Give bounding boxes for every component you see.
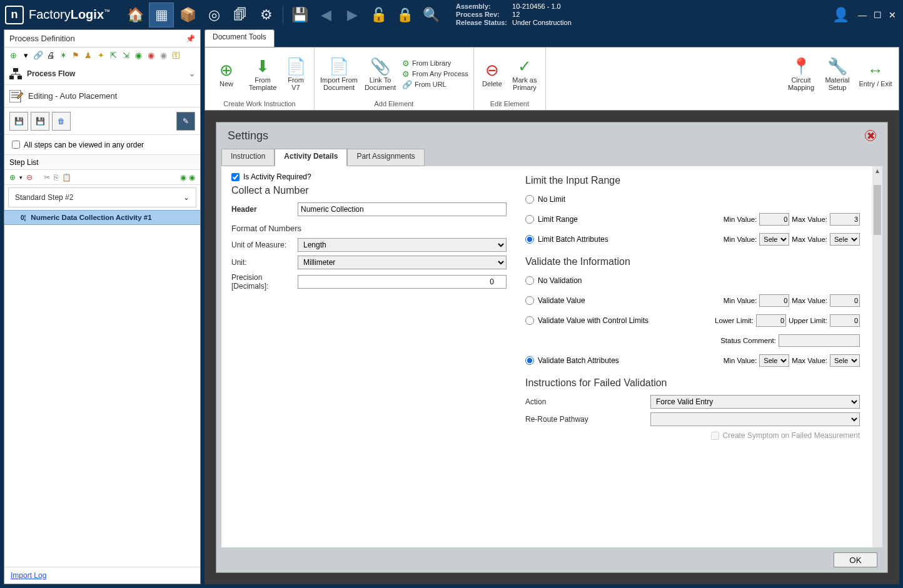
limit-batch-min[interactable]: Sele... [759, 233, 789, 246]
link-to-doc-button[interactable]: 📎Link To Document [362, 56, 398, 91]
save-step-icon[interactable]: 💾 [9, 112, 28, 131]
reroute-select[interactable] [650, 412, 860, 426]
from-v7-button[interactable]: 📄From V7 [283, 56, 309, 91]
action-select[interactable]: Force Valid Entry [650, 395, 860, 409]
unit-select[interactable]: Millimeter [298, 256, 507, 269]
circle1-icon[interactable]: ◉ [133, 50, 143, 60]
step-item[interactable]: Standard Step #2 ⌄ [8, 187, 196, 207]
print-icon[interactable]: 🖨 [46, 50, 56, 60]
grid-icon[interactable]: ▦ [149, 2, 174, 27]
search-icon[interactable]: 🔍 [418, 2, 443, 27]
expand-icon[interactable]: ◉ [180, 173, 186, 182]
maximize-button[interactable]: ☐ [872, 9, 883, 21]
validate-value-radio[interactable] [525, 296, 534, 305]
bug-icon[interactable]: ✶ [58, 50, 68, 60]
cut-icon[interactable]: ✂ [44, 173, 50, 182]
box-icon[interactable]: 📦 [175, 2, 200, 27]
home-icon[interactable]: 🏠 [123, 2, 148, 27]
import-from-doc-button[interactable]: 📄Import From Document [320, 56, 358, 91]
circuit-mapping-button[interactable]: 📍Circuit Mapping [785, 56, 817, 91]
target-icon[interactable]: ◎ [201, 2, 226, 27]
link-icon[interactable]: 🔗 [33, 50, 43, 60]
validate-ctrl-radio[interactable] [525, 316, 534, 325]
all-steps-checkbox-row[interactable]: All steps can be viewed in any order [4, 135, 200, 155]
dropdown-icon[interactable]: ▾ [21, 50, 31, 60]
from-template-button[interactable]: ⬇From Template [246, 56, 279, 91]
lock-icon[interactable]: 🔒 [392, 2, 417, 27]
mark-primary-button[interactable]: ✓Mark as Primary [509, 56, 540, 91]
import-icon[interactable]: ⇲ [121, 50, 131, 60]
upper-limit[interactable] [830, 314, 860, 327]
from-url-button[interactable]: 🔗From URL [402, 80, 468, 89]
save-icon[interactable]: 💾 [287, 2, 312, 27]
all-steps-checkbox[interactable] [12, 141, 20, 149]
is-required-checkbox[interactable] [231, 173, 240, 181]
validate-max[interactable] [830, 294, 860, 307]
validate-batch-min[interactable]: Sele... [759, 354, 789, 367]
add-icon[interactable]: ⊕ [8, 50, 18, 60]
header-input[interactable] [298, 202, 507, 216]
document-icon[interactable]: 🗐 [228, 2, 253, 27]
unlock-icon[interactable]: 🔓 [366, 2, 391, 27]
new-button[interactable]: ⊕New [210, 60, 243, 87]
from-any-process-button[interactable]: ⚙From Any Process [402, 69, 468, 79]
scrollbar[interactable]: ▴ [872, 166, 882, 547]
pin-icon[interactable]: 📌 [186, 34, 195, 43]
limit-batch-radio[interactable] [525, 235, 534, 244]
export-icon[interactable]: ⇱ [108, 50, 118, 60]
process-flow-header[interactable]: Process Flow ⌄ [4, 62, 200, 85]
limit-range-label: Limit Range [538, 215, 578, 224]
edit-mode-icon[interactable]: ✎ [176, 112, 195, 131]
document-tools-tab[interactable]: Document Tools [204, 29, 275, 47]
uom-select[interactable]: Length [298, 238, 507, 252]
import-log-link[interactable]: Import Log [11, 571, 46, 580]
from-library-button[interactable]: ⚙From Library [402, 59, 468, 68]
flag-icon[interactable]: ⚑ [71, 50, 81, 60]
editing-toolbar: 💾 💾 🗑 ✎ [4, 107, 200, 135]
ok-button[interactable]: OK [834, 552, 877, 567]
add-step-icon[interactable]: ⊕ [9, 173, 16, 182]
key-icon[interactable]: ⚿ [171, 50, 181, 60]
tab-activity-details[interactable]: Activity Details [275, 149, 347, 166]
delete-button[interactable]: ⊖Delete [479, 60, 505, 87]
entry-exit-button[interactable]: ↔Entry / Exit [857, 60, 894, 87]
no-limit-radio[interactable] [525, 195, 534, 204]
collapse-all-icon[interactable]: ◉ [189, 173, 195, 182]
limit-batch-max[interactable]: Sele... [830, 233, 860, 246]
trash-icon[interactable]: 🗑 [52, 112, 71, 131]
status-comment-label: Status Comment: [720, 337, 776, 344]
star-icon[interactable]: ✦ [96, 50, 106, 60]
minimize-button[interactable]: — [857, 9, 868, 21]
lower-limit[interactable] [756, 314, 786, 327]
no-validation-radio[interactable] [525, 276, 534, 285]
limit-range-min[interactable] [759, 213, 789, 226]
close-dialog-icon[interactable]: ✖ [865, 130, 876, 141]
gear-icon[interactable]: ⚙ [254, 2, 279, 27]
forward-icon[interactable]: ▶ [340, 2, 365, 27]
copy-icon[interactable]: ⎘ [54, 173, 58, 182]
material-setup-button[interactable]: 🔧Material Setup [821, 56, 854, 91]
tab-part-assignments[interactable]: Part Assignments [347, 149, 424, 166]
validate-batch-radio[interactable] [525, 356, 534, 365]
back-icon[interactable]: ◀ [313, 2, 338, 27]
validate-min[interactable] [759, 294, 789, 307]
paste-icon[interactable]: 📋 [62, 173, 71, 182]
user-icon[interactable]: 👤 [828, 2, 853, 27]
status-comment-input[interactable] [779, 334, 860, 347]
precision-input[interactable] [298, 275, 507, 289]
circle3-icon[interactable]: ◉ [158, 50, 168, 60]
limit-range-radio[interactable] [525, 215, 534, 224]
close-button[interactable]: ✕ [887, 9, 898, 21]
tab-instruction[interactable]: Instruction [221, 149, 275, 166]
limit-range-max[interactable] [830, 213, 860, 226]
activity-item[interactable]: 0¦ Numeric Data Collection Activity #1 [4, 210, 200, 225]
circle2-icon[interactable]: ◉ [146, 50, 156, 60]
save-blue-icon[interactable]: 💾 [31, 112, 49, 131]
panel-toolbar: ⊕ ▾ 🔗 🖨 ✶ ⚑ ♟ ✦ ⇱ ⇲ ◉ ◉ ◉ ⚿ [4, 47, 200, 62]
collapse-icon[interactable]: ⌄ [189, 69, 195, 78]
step-list-toolbar: ⊕ ▾ ⊖ ✂ ⎘ 📋 ◉ ◉ [4, 170, 200, 185]
validate-batch-label: Validate Batch Attributes [538, 356, 619, 365]
remove-step-icon[interactable]: ⊖ [26, 173, 33, 182]
person-icon[interactable]: ♟ [83, 50, 93, 60]
validate-batch-max[interactable]: Sele... [830, 354, 860, 367]
